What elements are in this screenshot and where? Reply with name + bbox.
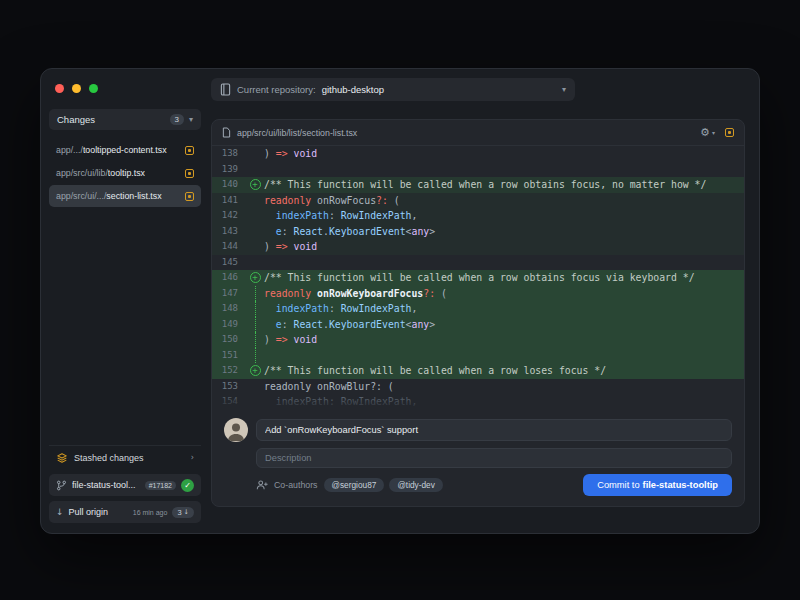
diff-line[interactable]: 145 [212,255,744,271]
line-number: 145 [212,255,246,271]
status-modified-icon [185,192,194,201]
diff-line[interactable]: 149 e: React.KeyboardEvent<any> [212,317,744,333]
commit-button-prefix: Commit to [597,480,639,490]
chevron-right-icon: › [191,453,194,462]
commit-button-branch: file-status-tooltip [643,480,718,490]
gutter-spacer [246,255,264,271]
diff-line[interactable]: 152+/** This function will be called whe… [212,363,744,379]
added-line-marker-icon[interactable]: + [246,363,264,379]
co-author-chips: @sergiou87@tidy-dev [324,478,443,492]
app-window: Current repository: github-desktop ▾ Cha… [40,68,760,534]
code-text: ) => void [264,146,744,162]
line-number: 151 [212,348,246,364]
status-modified-icon[interactable] [725,128,734,137]
diff-line[interactable]: 151 [212,348,744,364]
commit-button[interactable]: Commit to file-status-tooltip [583,474,732,496]
branch-name: file-status-tool... [72,480,140,490]
diff-line[interactable]: 148 indexPath: RowIndexPath, [212,301,744,317]
code-text: readonly onRowFocus?: ( [264,193,744,209]
diff-line[interactable]: 142 indexPath: RowIndexPath, [212,208,744,224]
file-path: app/src/ui/.../ section-list.tsx [56,191,181,201]
line-number: 154 [212,394,246,410]
repo-icon [220,83,231,96]
gutter-spacer [246,146,264,162]
avatar [224,418,248,442]
code-text: ) => void [264,332,744,348]
stashed-changes-row[interactable]: Stashed changes › [49,445,201,469]
add-co-author-icon[interactable] [256,479,268,491]
diff-header-actions: ⚙ ▾ [700,126,734,139]
line-number: 147 [212,286,246,302]
commit-description-input[interactable] [256,448,732,468]
file-path: app/.../ tooltipped-content.tsx [56,145,181,155]
diff-line[interactable]: 141readonly onRowFocus?: ( [212,193,744,209]
file-icon [222,127,231,138]
changes-tab[interactable]: Changes 3 ▾ [49,109,201,130]
pull-origin-label: Pull origin [69,507,109,517]
code-text [264,162,744,178]
gutter-spacer [246,379,264,395]
pr-number-badge: #17182 [145,481,176,490]
added-line-marker-icon[interactable]: + [246,177,264,193]
line-number: 143 [212,224,246,240]
current-branch-button[interactable]: file-status-tool... #17182 ✓ [49,474,201,496]
diff-file-path: app/src/ui/lib/list/section-list.tsx [237,128,357,138]
line-number: 139 [212,162,246,178]
commit-summary-input[interactable] [256,419,732,441]
zoom-window-button[interactable] [89,84,98,93]
repository-selector[interactable]: Current repository: github-desktop ▾ [211,78,575,101]
diff-line[interactable]: 147readonly onRowKeyboardFocus?: ( [212,286,744,302]
diff-file-header: app/src/ui/lib/list/section-list.tsx ⚙ ▾ [212,120,744,146]
arrow-down-icon: ↓ [184,508,189,516]
sidebar: Changes 3 ▾ app/.../ tooltipped-content.… [49,109,201,523]
hunk-connector-line [246,286,264,302]
diff-line[interactable]: 143 e: React.KeyboardEvent<any> [212,224,744,240]
line-number: 150 [212,332,246,348]
line-number: 140 [212,177,246,193]
code-text: /** This function will be called when a … [264,270,744,286]
arrow-down-icon: ↓ [56,507,64,517]
close-window-button[interactable] [55,84,64,93]
hunk-connector-line [246,332,264,348]
hunk-connector-line [246,317,264,333]
line-number: 153 [212,379,246,395]
file-path-prefix: app/src/ui/.../ [56,191,106,201]
changed-file-row[interactable]: app/.../ tooltipped-content.tsx [49,139,201,161]
chevron-down-icon: ▾ [562,85,566,94]
code-text [264,255,744,271]
diff-line[interactable]: 154 indexPath: RowIndexPath, [212,394,744,410]
code-text: indexPath: RowIndexPath, [264,394,744,410]
diff-options-button[interactable]: ⚙ ▾ [700,126,715,139]
minimize-window-button[interactable] [72,84,81,93]
file-name: tooltipped-content.tsx [83,145,167,155]
line-number: 138 [212,146,246,162]
diff-line[interactable]: 140+/** This function will be called whe… [212,177,744,193]
co-author-chip[interactable]: @tidy-dev [389,478,442,492]
added-line-marker-icon[interactable]: + [246,270,264,286]
window-controls [55,84,98,93]
diff-line[interactable]: 138) => void [212,146,744,162]
diff-line[interactable]: 144) => void [212,239,744,255]
diff-line[interactable]: 146+/** This function will be called whe… [212,270,744,286]
status-modified-icon [185,146,194,155]
code-text: readonly onRowKeyboardFocus?: ( [264,286,744,302]
ci-status-check-icon: ✓ [181,479,194,492]
diff-line[interactable]: 153readonly onRowBlur?: ( [212,379,744,395]
code-text: ) => void [264,239,744,255]
stash-icon [56,452,68,464]
diff-line[interactable]: 150) => void [212,332,744,348]
changes-count-badge: 3 [170,114,184,125]
changes-tab-label: Changes [57,114,165,125]
co-author-chip[interactable]: @sergiou87 [324,478,385,492]
changed-file-row[interactable]: app/src/ui/lib/ tooltip.tsx [49,162,201,184]
line-number: 142 [212,208,246,224]
diff-line[interactable]: 139 [212,162,744,178]
line-number: 141 [212,193,246,209]
pull-origin-button[interactable]: ↓ Pull origin 16 min ago 3 ↓ [49,501,201,523]
commit-area: Co-authors @sergiou87@tidy-dev Commit to… [212,414,744,506]
file-path: app/src/ui/lib/ tooltip.tsx [56,168,181,178]
hunk-connector-line [246,348,264,364]
line-number: 148 [212,301,246,317]
changed-file-row[interactable]: app/src/ui/.../ section-list.tsx [49,185,201,207]
gutter-spacer [246,239,264,255]
